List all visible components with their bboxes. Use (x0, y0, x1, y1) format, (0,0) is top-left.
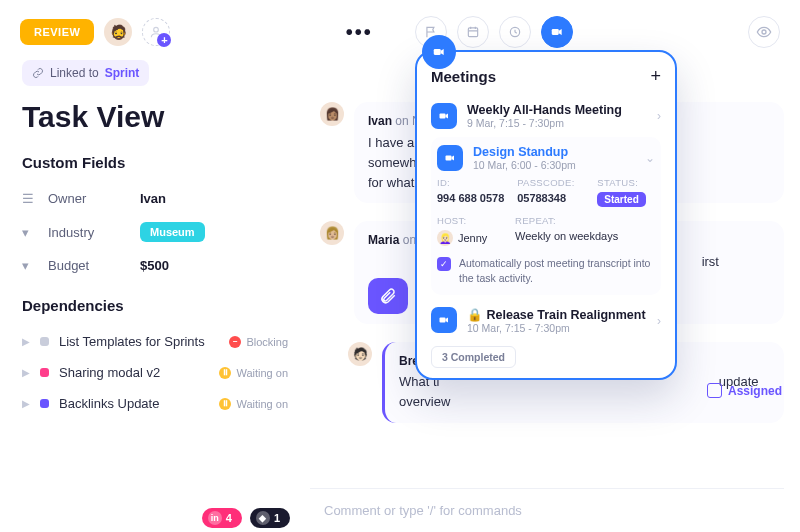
meeting-item[interactable]: Weekly All-Hands Meeting 9 Mar, 7:15 - 7… (431, 97, 661, 135)
meeting-title: 🔒 Release Train Realignment (467, 307, 646, 322)
dep-name: List Templates for Sprints (59, 334, 205, 349)
more-menu-button[interactable]: ••• (346, 21, 373, 44)
paperclip-icon (379, 287, 397, 305)
field-label: Industry (48, 225, 128, 240)
detail-label: STATUS: (597, 177, 655, 188)
meeting-time: 9 Mar, 7:15 - 7:30pm (467, 117, 622, 129)
chevron-right-icon: ▶ (22, 367, 30, 378)
dep-status: − Blocking (229, 336, 288, 348)
waiting-icon: ⏸ (219, 367, 231, 379)
main-area: Linked to Sprint Task View Custom Fields… (0, 56, 800, 532)
video-tool[interactable] (541, 16, 573, 48)
integration-chip[interactable]: in 4 (202, 508, 242, 528)
svg-point-0 (154, 27, 159, 32)
calendar-tool[interactable] (457, 16, 489, 48)
popover-anchor-icon (422, 35, 456, 69)
meeting-item[interactable]: Design Standup 10 Mar, 6:00 - 6:30pm ⌄ (437, 145, 655, 177)
detail-label: REPEAT: (515, 215, 655, 226)
svg-rect-8 (440, 318, 446, 323)
calendar-icon (466, 25, 480, 39)
completed-count[interactable]: 3 Completed (431, 346, 516, 368)
comment-input[interactable]: Comment or type '/' for commands (310, 488, 784, 532)
page-title: Task View (22, 100, 288, 134)
chevron-right-icon: ▶ (22, 336, 30, 347)
avatar[interactable]: 🧑🏻 (348, 342, 372, 366)
review-button[interactable]: REVIEW (20, 19, 94, 45)
linked-to-pill[interactable]: Linked to Sprint (22, 60, 149, 86)
comment-text: overview (399, 394, 450, 409)
dependencies-heading: Dependencies (22, 297, 288, 314)
owner-icon: ☰ (22, 191, 36, 206)
svg-point-4 (762, 30, 766, 34)
meeting-item[interactable]: 🔒 Release Train Realignment 10 Mar, 7:15… (431, 301, 661, 340)
detail-label: HOST: (437, 215, 507, 226)
chip-count: 1 (274, 512, 280, 524)
dependencies-section: Dependencies ▶ List Templates for Sprint… (22, 297, 288, 419)
auto-transcript-option[interactable]: ✓ Automatically post meeting transcript … (437, 256, 655, 285)
assigned-checkbox[interactable] (707, 383, 722, 398)
meeting-title: Weekly All-Hands Meeting (467, 103, 622, 117)
dependency-row[interactable]: ▶ Sharing modal v2 ⏸ Waiting on (22, 357, 288, 388)
comment-text: for what (368, 175, 414, 190)
dependency-row[interactable]: ▶ Backlinks Update ⏸ Waiting on (22, 388, 288, 419)
video-icon (431, 103, 457, 129)
add-meeting-button[interactable]: + (650, 66, 661, 87)
integration-chips: in 4 ◆ 1 (202, 508, 290, 528)
history-tool[interactable] (499, 16, 531, 48)
watch-tool[interactable] (748, 16, 780, 48)
chevron-down-icon[interactable]: ⌄ (645, 151, 655, 165)
add-assignee-button[interactable] (142, 18, 170, 46)
popover-title: Meetings (431, 68, 496, 85)
dep-status: ⏸ Waiting on (219, 398, 288, 410)
status-badge: Started (597, 192, 645, 207)
svg-rect-1 (468, 28, 477, 37)
avatar[interactable]: 👩🏽 (320, 102, 344, 126)
detail-label: ID: (437, 177, 509, 188)
clock-icon (508, 25, 522, 39)
dep-name: Sharing modal v2 (59, 365, 160, 380)
field-label: Owner (48, 191, 128, 206)
meeting-time: 10 Mar, 7:15 - 7:30pm (467, 322, 646, 334)
right-pane: 👩🏽 Ivan on N I have a somewhere for what… (310, 56, 800, 532)
dependency-row[interactable]: ▶ List Templates for Sprints − Blocking (22, 326, 288, 357)
svg-rect-3 (551, 29, 558, 35)
host-value: 👱🏻‍♀️ Jenny (437, 230, 507, 246)
dep-color-dot (40, 337, 49, 346)
industry-tag[interactable]: Museum (140, 222, 205, 242)
video-icon (550, 25, 564, 39)
assigned-filter[interactable]: Assigned (707, 383, 782, 398)
custom-fields-heading: Custom Fields (22, 154, 288, 171)
chip-count: 4 (226, 512, 232, 524)
avatar[interactable]: 👩🏼 (320, 221, 344, 245)
assignee-avatar[interactable]: 🧔 (104, 18, 132, 46)
topbar: REVIEW 🧔 ••• (0, 0, 800, 56)
dep-color-dot (40, 368, 49, 377)
chevron-right-icon[interactable]: › (657, 109, 661, 123)
meetings-popover: Meetings + Weekly All-Hands Meeting 9 Ma… (415, 50, 677, 380)
meeting-id: 994 688 0578 (437, 192, 509, 207)
chevron-right-icon[interactable]: › (657, 314, 661, 328)
invision-icon: in (208, 511, 222, 525)
meeting-item-expanded: Design Standup 10 Mar, 6:00 - 6:30pm ⌄ I… (431, 137, 661, 295)
meeting-time: 10 Mar, 6:00 - 6:30pm (473, 159, 576, 171)
dropdown-icon: ▾ (22, 225, 36, 240)
meeting-passcode: 05788348 (517, 192, 589, 207)
video-icon (437, 145, 463, 171)
comment-text: I have a (368, 135, 414, 150)
field-owner: ☰ Owner Ivan (22, 183, 288, 214)
auto-transcript-label: Automatically post meeting transcript in… (459, 256, 655, 285)
attachment-button[interactable] (368, 278, 408, 314)
meeting-details-grid: ID: PASSCODE: STATUS: 994 688 0578 05788… (437, 177, 655, 207)
meeting-title: Design Standup (473, 145, 576, 159)
checkbox-checked-icon[interactable]: ✓ (437, 257, 451, 271)
dropdown-icon: ▾ (22, 258, 36, 273)
field-value[interactable]: Ivan (140, 191, 166, 206)
linked-prefix: Linked to (50, 66, 99, 80)
field-industry: ▾ Industry Museum (22, 214, 288, 250)
integration-chip[interactable]: ◆ 1 (250, 508, 290, 528)
eye-icon (756, 24, 772, 40)
waiting-icon: ⏸ (219, 398, 231, 410)
field-value[interactable]: $500 (140, 258, 169, 273)
svg-rect-6 (440, 114, 446, 119)
meeting-details-row: HOST: REPEAT: 👱🏻‍♀️ Jenny Weekly on week… (437, 215, 655, 246)
